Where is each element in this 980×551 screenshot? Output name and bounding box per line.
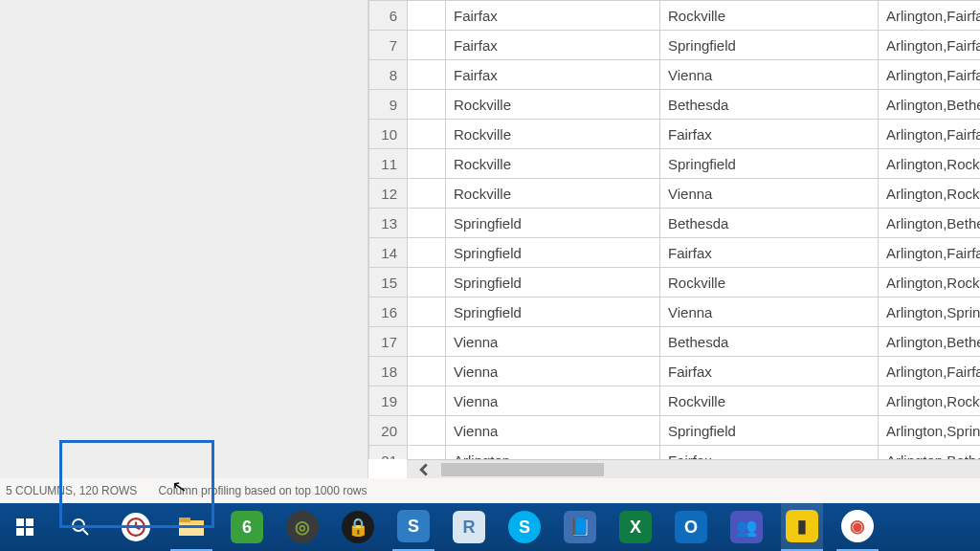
chameleon-icon[interactable]: ◎: [281, 507, 323, 547]
cell-gap[interactable]: [408, 357, 446, 386]
table-row[interactable]: 11RockvilleSpringfieldArlington,Rockv: [369, 149, 981, 179]
clock-app-icon[interactable]: [115, 507, 157, 547]
cell-col-b[interactable]: Fairfax: [660, 120, 879, 149]
cell-col-b[interactable]: Bethesda: [660, 209, 879, 238]
row-index[interactable]: 19: [369, 386, 408, 416]
scroll-left-icon[interactable]: [407, 460, 441, 478]
cell-col-c[interactable]: Arlington,Sprin: [879, 298, 981, 327]
cell-gap[interactable]: [408, 238, 446, 268]
cell-col-a[interactable]: Springfield: [446, 298, 660, 327]
cell-gap[interactable]: [408, 416, 446, 446]
cell-gap[interactable]: [408, 446, 446, 460]
cell-col-a[interactable]: Arlington: [446, 446, 660, 460]
table-row[interactable]: 14SpringfieldFairfaxArlington,Fairfa: [369, 238, 981, 268]
status-profiling[interactable]: Column profiling based on top 1000 rows: [158, 484, 367, 497]
cell-col-a[interactable]: Rockville: [446, 90, 660, 120]
cell-col-b[interactable]: Vienna: [660, 298, 879, 327]
row-index[interactable]: 18: [369, 357, 408, 386]
cell-gap[interactable]: [408, 327, 446, 357]
start-button[interactable]: [4, 507, 46, 547]
search-icon[interactable]: [59, 507, 101, 547]
cell-col-c[interactable]: Arlington,Bethe: [879, 90, 981, 120]
powerbi-icon[interactable]: ▮: [781, 503, 823, 551]
cell-col-b[interactable]: Vienna: [660, 179, 879, 209]
cell-col-b[interactable]: Springfield: [660, 31, 879, 60]
data-table[interactable]: 6FairfaxRockvilleArlington,Fairfa7Fairfa…: [368, 0, 980, 459]
teams-icon[interactable]: 👥: [725, 507, 768, 547]
cell-col-a[interactable]: Fairfax: [446, 60, 660, 90]
cell-col-b[interactable]: Rockville: [660, 268, 879, 298]
row-index[interactable]: 15: [369, 268, 408, 298]
cell-col-a[interactable]: Rockville: [446, 149, 660, 179]
cell-gap[interactable]: [408, 1, 446, 31]
cell-col-a[interactable]: Springfield: [446, 238, 660, 268]
snagit-icon[interactable]: S: [392, 503, 434, 551]
table-row[interactable]: 15SpringfieldRockvilleArlington,Rockv: [369, 268, 981, 298]
table-row[interactable]: 8FairfaxViennaArlington,Fairfa: [369, 60, 981, 90]
row-index[interactable]: 17: [369, 327, 408, 357]
row-index[interactable]: 6: [369, 1, 408, 31]
cell-col-a[interactable]: Rockville: [446, 179, 660, 209]
cell-gap[interactable]: [408, 386, 446, 416]
table-row[interactable]: 9RockvilleBethesdaArlington,Bethe: [369, 90, 981, 120]
cell-col-c[interactable]: Arlington,Bethe: [879, 327, 981, 357]
cell-col-a[interactable]: Rockville: [446, 120, 660, 149]
cell-col-c[interactable]: Arlington,Fairfa: [879, 60, 981, 90]
cell-col-a[interactable]: Vienna: [446, 416, 660, 446]
cell-col-b[interactable]: Rockville: [660, 386, 879, 416]
file-explorer-icon[interactable]: [170, 503, 212, 551]
cell-col-b[interactable]: Fairfax: [660, 446, 879, 460]
cell-gap[interactable]: [408, 209, 446, 238]
chrome-icon[interactable]: ◉: [836, 503, 879, 551]
cell-col-c[interactable]: Arlington,Rockv: [879, 268, 981, 298]
row-index[interactable]: 21: [369, 446, 408, 460]
table-row[interactable]: 21ArlingtonFairfaxArlington,Bethe: [369, 446, 981, 460]
cell-col-c[interactable]: Arlington,Bethe: [879, 209, 981, 238]
row-index[interactable]: 10: [369, 120, 408, 149]
cell-col-b[interactable]: Vienna: [660, 60, 879, 90]
rstudio-icon[interactable]: R: [448, 507, 490, 547]
cell-col-a[interactable]: Springfield: [446, 209, 660, 238]
cell-gap[interactable]: [408, 179, 446, 209]
horizontal-scrollbar[interactable]: [407, 459, 980, 478]
cell-col-c[interactable]: Arlington,Sprin: [879, 416, 981, 446]
table-row[interactable]: 12RockvilleViennaArlington,Rockv: [369, 179, 981, 209]
cell-col-c[interactable]: Arlington,Rockv: [879, 149, 981, 179]
cell-gap[interactable]: [408, 31, 446, 60]
excel-icon[interactable]: X: [614, 507, 657, 547]
cell-col-c[interactable]: Arlington,Fairfa: [879, 238, 981, 268]
cell-col-c[interactable]: Arlington,Rockv: [879, 179, 981, 209]
cell-gap[interactable]: [408, 60, 446, 90]
row-index[interactable]: 16: [369, 298, 408, 327]
cell-col-a[interactable]: Vienna: [446, 386, 660, 416]
row-index[interactable]: 12: [369, 179, 408, 209]
cell-col-a[interactable]: Fairfax: [446, 31, 660, 60]
cell-gap[interactable]: [408, 90, 446, 120]
row-index[interactable]: 9: [369, 90, 408, 120]
cell-col-c[interactable]: Arlington,Fairfa: [879, 31, 981, 60]
cell-col-a[interactable]: Vienna: [446, 357, 660, 386]
cell-col-c[interactable]: Arlington,Bethe: [879, 446, 981, 460]
row-index[interactable]: 11: [369, 149, 408, 179]
cell-col-a[interactable]: Springfield: [446, 268, 660, 298]
row-index[interactable]: 13: [369, 209, 408, 238]
taskbar[interactable]: 6◎🔒SRS📘XO👥▮◉: [0, 503, 980, 551]
table-row[interactable]: 10RockvilleFairfaxArlington,Fairfa: [369, 120, 981, 149]
cell-col-c[interactable]: Arlington,Fairfa: [879, 1, 981, 31]
table-row[interactable]: 6FairfaxRockvilleArlington,Fairfa: [369, 1, 981, 31]
notepad-icon[interactable]: 📘: [559, 507, 601, 547]
dragon-icon[interactable]: 6: [226, 507, 268, 547]
table-row[interactable]: 7FairfaxSpringfieldArlington,Fairfa: [369, 31, 981, 60]
scroll-thumb[interactable]: [441, 463, 604, 476]
cell-col-b[interactable]: Springfield: [660, 149, 879, 179]
table-row[interactable]: 20ViennaSpringfieldArlington,Sprin: [369, 416, 981, 446]
outlook-icon[interactable]: O: [670, 507, 712, 547]
skype-icon[interactable]: S: [503, 507, 546, 547]
row-index[interactable]: 14: [369, 238, 408, 268]
table-row[interactable]: 18ViennaFairfaxArlington,Fairfa: [369, 357, 981, 386]
cell-col-c[interactable]: Arlington,Fairfa: [879, 357, 981, 386]
enpass-icon[interactable]: 🔒: [337, 507, 379, 547]
cell-col-b[interactable]: Bethesda: [660, 90, 879, 120]
table-row[interactable]: 19ViennaRockvilleArlington,Rockv: [369, 386, 981, 416]
cell-col-c[interactable]: Arlington,Rockv: [879, 386, 981, 416]
